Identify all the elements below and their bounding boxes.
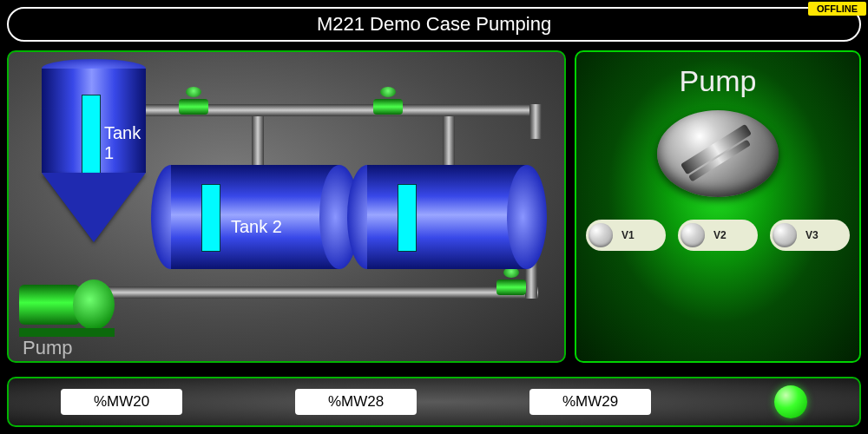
page-title: M221 Demo Case Pumping: [317, 13, 551, 36]
pipe-icon: [443, 116, 455, 167]
tank1-label: Tank 1: [104, 123, 146, 163]
valve-icon: [179, 90, 208, 115]
valve-indicator-icon: [681, 223, 705, 247]
tank2-level-indicator: [201, 184, 220, 252]
pump-motor-icon: [19, 276, 115, 337]
valve-indicator-icon: [773, 223, 797, 247]
valve-indicator-icon: [589, 223, 613, 247]
valve-label: V3: [806, 229, 819, 241]
pump-control-panel: Pump V1 V2 V3: [575, 50, 861, 363]
pipe-icon: [252, 116, 264, 167]
tank1-icon: Tank 1: [42, 59, 146, 259]
tank2-icon: Tank 2: [151, 165, 359, 269]
offline-badge: OFFLINE: [808, 2, 866, 16]
pump-toggle-button[interactable]: [657, 110, 779, 197]
status-led-icon: [774, 385, 807, 418]
tank2-label: Tank 2: [231, 217, 282, 237]
valve-icon: [373, 90, 403, 115]
valve-v1-button[interactable]: V1: [586, 220, 666, 251]
pump-panel-title: Pump: [680, 64, 757, 98]
valve-v2-button[interactable]: V2: [678, 220, 758, 251]
process-diagram-panel: Tank 1 Tank 2 Pump: [7, 50, 566, 363]
valve-row: V1 V2 V3: [586, 220, 850, 251]
mw20-field[interactable]: %MW20: [61, 389, 182, 415]
title-bar: M221 Demo Case Pumping: [7, 7, 861, 42]
pipe-icon: [529, 104, 542, 139]
valve-icon: [496, 271, 526, 295]
tank1-level-indicator: [82, 95, 101, 176]
pump-label: Pump: [23, 337, 72, 359]
mw28-field[interactable]: %MW28: [295, 389, 417, 415]
valve-v3-button[interactable]: V3: [770, 220, 850, 251]
mw29-field[interactable]: %MW29: [529, 389, 651, 415]
tank3-icon: [347, 165, 547, 269]
valve-label: V2: [713, 229, 727, 241]
pipe-icon: [95, 286, 538, 299]
tank3-level-indicator: [398, 184, 417, 252]
bottom-bar: %MW20 %MW28 %MW29: [7, 377, 861, 427]
valve-label: V1: [621, 229, 635, 241]
